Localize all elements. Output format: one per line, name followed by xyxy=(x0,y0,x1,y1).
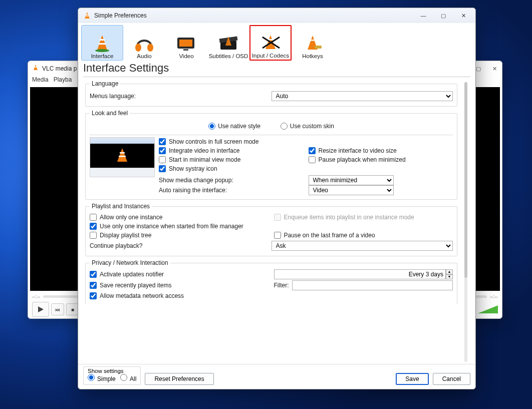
svg-marker-7 xyxy=(97,35,107,50)
spin-update-interval[interactable]: ▲▼ xyxy=(274,269,453,279)
select-media-change-popup[interactable]: When minimized xyxy=(309,175,394,185)
label-auto-raising: Auto raising the interface: xyxy=(159,185,304,195)
check-pause-last-frame[interactable]: Pause on the last frame of a video xyxy=(274,231,453,240)
select-menus-language[interactable]: Auto xyxy=(272,91,453,101)
svg-rect-5 xyxy=(86,14,89,15)
svg-marker-4 xyxy=(85,12,90,19)
tab-label: Input / Codecs xyxy=(252,53,289,59)
tab-label: Video xyxy=(179,53,193,59)
label-continue-playback: Continue playback? xyxy=(90,242,272,249)
check-pause-minimized[interactable]: Pause playback when minimized xyxy=(309,155,453,164)
tab-label: Subtitles / OSD xyxy=(209,53,248,59)
svg-rect-25 xyxy=(315,46,322,49)
preferences-window: Simple Preferences — ▢ ✕ Interface Audio… xyxy=(78,8,476,389)
label-filter: Filter: xyxy=(274,282,289,289)
svg-point-11 xyxy=(135,44,141,52)
svg-point-12 xyxy=(147,44,153,52)
tab-video[interactable]: Video xyxy=(165,25,207,61)
legend-playlist: Playlist and Instances xyxy=(90,203,152,210)
group-playlist-instances: Playlist and Instances Allow only one in… xyxy=(85,203,457,256)
tab-label: Hotkeys xyxy=(302,53,323,59)
check-updates-notifier[interactable]: Activate updates notifier xyxy=(90,269,269,279)
save-button[interactable]: Save xyxy=(396,373,428,385)
headphones-icon xyxy=(133,33,156,53)
svg-marker-26 xyxy=(117,148,127,162)
cone-key-icon xyxy=(301,33,324,53)
svg-rect-15 xyxy=(183,49,188,51)
check-minimal-view[interactable]: Start in minimal view mode xyxy=(159,155,304,164)
tab-subtitles-osd[interactable]: Subtitles / OSD xyxy=(207,25,249,61)
check-resize-interface[interactable]: Resize interface to video size xyxy=(309,146,453,155)
check-fullscreen-controls[interactable]: Show controls in full screen mode xyxy=(159,137,304,146)
radio-native-style[interactable]: Use native style xyxy=(208,122,260,131)
volume-indicator[interactable] xyxy=(478,304,498,314)
legend-language: Language xyxy=(90,80,120,87)
cancel-button[interactable]: Cancel xyxy=(433,373,470,385)
radio-simple[interactable]: Simple xyxy=(88,375,116,382)
minimize-button[interactable]: — xyxy=(416,11,430,21)
label-menus-language: Menus language: xyxy=(90,93,272,100)
label-media-change-popup: Show media change popup: xyxy=(159,175,304,185)
tab-interface[interactable]: Interface xyxy=(81,25,123,61)
clapperboard-icon xyxy=(217,33,240,53)
check-one-instance[interactable]: Allow only one instance xyxy=(90,213,269,222)
check-playlist-tree[interactable]: Display playlist tree xyxy=(90,231,269,240)
svg-rect-24 xyxy=(310,40,315,41)
select-continue-playback[interactable]: Ask xyxy=(272,241,453,251)
chevron-up-icon[interactable]: ▲ xyxy=(446,269,453,274)
prev-button[interactable]: ⏮ xyxy=(51,303,64,315)
time-total: --:-- xyxy=(490,294,498,299)
svg-rect-28 xyxy=(119,156,126,157)
close-button[interactable]: ✕ xyxy=(491,65,498,72)
check-metadata-access[interactable]: Allow metadata network access xyxy=(90,291,453,300)
check-save-recent[interactable]: Save recently played items xyxy=(90,279,269,291)
maximize-button[interactable]: ▢ xyxy=(436,11,450,21)
input-filter[interactable] xyxy=(292,280,453,290)
maximize-button[interactable]: ▢ xyxy=(475,65,482,72)
svg-rect-8 xyxy=(100,39,105,41)
tab-input-codecs[interactable]: Input / Codecs xyxy=(249,25,292,61)
tab-audio[interactable]: Audio xyxy=(123,25,165,61)
show-settings-group: Show settings Simple All xyxy=(83,366,141,385)
legend-privacy: Privacy / Network Interaction xyxy=(90,259,170,266)
select-auto-raising[interactable]: Video xyxy=(309,185,394,195)
menu-media[interactable]: Media xyxy=(32,76,49,87)
scrollbar[interactable] xyxy=(463,80,468,364)
prefs-titlebar: Simple Preferences — ▢ ✕ xyxy=(78,8,475,23)
check-one-instance-fm[interactable]: Use only one instance when started from … xyxy=(90,222,453,231)
vlc-cone-icon xyxy=(32,64,39,73)
svg-marker-3 xyxy=(478,305,498,313)
radio-all[interactable]: All xyxy=(120,375,136,382)
prefs-title: Simple Preferences xyxy=(94,12,416,19)
svg-rect-6 xyxy=(86,16,89,17)
group-look-and-feel: Look and feel Use native style Use custo… xyxy=(85,110,457,200)
time-elapsed: --:-- xyxy=(32,294,40,299)
page-title: Interface Settings xyxy=(83,62,470,75)
tab-label: Audio xyxy=(137,53,151,59)
category-tabs: Interface Audio Video Subtitles / OSD In… xyxy=(78,23,475,61)
close-button[interactable]: ✕ xyxy=(456,11,470,21)
legend-look: Look and feel xyxy=(90,110,130,117)
group-privacy-network: Privacy / Network Interaction Activate u… xyxy=(85,259,457,304)
check-enqueue-items: Enqueue items into playlist in one insta… xyxy=(274,213,453,222)
check-integrate-video[interactable]: Integrate video in interface xyxy=(159,146,304,155)
label-show-settings: Show settings xyxy=(88,368,136,374)
cone-crossed-icon xyxy=(259,33,282,53)
skin-preview xyxy=(90,137,155,177)
svg-rect-27 xyxy=(120,152,125,154)
svg-point-10 xyxy=(95,49,109,52)
vlc-cone-icon xyxy=(83,12,91,20)
group-language: Language Menus language: Auto xyxy=(85,80,457,107)
svg-rect-14 xyxy=(179,40,192,47)
radio-custom-skin[interactable]: Use custom skin xyxy=(281,122,334,131)
vlc-cone-icon xyxy=(91,33,114,53)
check-systray-icon[interactable]: Show systray icon xyxy=(159,164,304,173)
tv-icon xyxy=(175,33,198,53)
play-button[interactable] xyxy=(32,302,49,317)
svg-rect-1 xyxy=(35,67,37,68)
tab-label: Interface xyxy=(91,53,114,59)
chevron-down-icon[interactable]: ▼ xyxy=(446,274,453,279)
tab-hotkeys[interactable]: Hotkeys xyxy=(292,25,334,61)
menu-playback[interactable]: Playba xyxy=(54,76,72,87)
reset-preferences-button[interactable]: Reset Preferences xyxy=(145,373,213,385)
